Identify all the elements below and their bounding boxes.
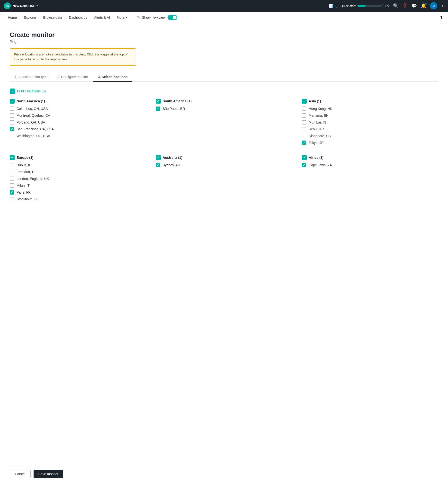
nav-more[interactable]: More ▼ bbox=[114, 15, 131, 20]
nav-dashboards[interactable]: Dashboards bbox=[66, 15, 90, 20]
location-checkbox[interactable] bbox=[302, 141, 306, 145]
region-toggle-europe[interactable]: − bbox=[10, 155, 15, 160]
navbar: Home Explorer Browse data Dashboards Ale… bbox=[0, 12, 448, 23]
show-new-view-toggle[interactable] bbox=[168, 15, 177, 20]
location-label: Stockholm, SE bbox=[17, 197, 39, 201]
quickstart-bar: 📊 ⊞ Quick start 33% bbox=[329, 4, 390, 8]
location-item: Hong Kong, HK bbox=[302, 107, 438, 111]
grid-icon: ⊞ bbox=[335, 4, 339, 8]
region-toggle-asia[interactable]: − bbox=[302, 99, 307, 104]
location-checkbox[interactable] bbox=[10, 127, 14, 131]
notification-icon[interactable]: 🔔 bbox=[421, 3, 426, 9]
warning-box: Private locations are not yet available … bbox=[10, 48, 136, 66]
location-item: Washington, DC, USA bbox=[10, 134, 146, 138]
public-locations-label: Public locations (6) bbox=[17, 89, 46, 93]
location-label: Hong Kong, HK bbox=[309, 107, 332, 111]
location-checkbox[interactable] bbox=[10, 163, 14, 167]
location-label: Paris, FR bbox=[17, 190, 31, 194]
location-checkbox[interactable] bbox=[156, 107, 160, 111]
location-checkbox[interactable] bbox=[302, 120, 306, 125]
nav-divider bbox=[134, 15, 134, 20]
location-checkbox[interactable] bbox=[10, 183, 14, 188]
location-checkbox[interactable] bbox=[302, 107, 306, 111]
region-toggle-north-america[interactable]: − bbox=[10, 99, 15, 104]
nav-alerts[interactable]: Alerts & AI bbox=[91, 15, 113, 20]
location-label: Washington, DC, USA bbox=[17, 134, 50, 138]
logo-text: New Relic ONE™ bbox=[13, 4, 38, 8]
region-asia: −Asia (1)Hong Kong, HKManama, BHMumbai, … bbox=[302, 99, 438, 147]
dropdown-arrow-icon[interactable]: ▼ bbox=[441, 4, 444, 8]
topbar-icons: 🔍 ❓ 💬 🔔 U ▼ bbox=[393, 2, 444, 9]
location-label: Dublin, IE bbox=[17, 163, 31, 167]
region-header-north-america: −North America (1) bbox=[10, 99, 146, 104]
location-checkbox[interactable] bbox=[10, 120, 14, 125]
save-monitor-button[interactable]: Save monitor bbox=[34, 470, 63, 478]
quickstart-label: Quick start bbox=[340, 4, 356, 8]
region-title-south-america: South America (1) bbox=[163, 99, 192, 103]
location-item: Portland, OR, USA bbox=[10, 120, 146, 125]
nav-explorer[interactable]: Explorer bbox=[21, 15, 39, 20]
public-locations-collapse-btn[interactable]: − bbox=[10, 89, 15, 94]
region-title-australia: Australia (1) bbox=[163, 156, 182, 160]
location-checkbox[interactable] bbox=[302, 163, 306, 167]
region-north-america: −North America (1)Columbus, OH, USAMontr… bbox=[10, 99, 146, 147]
location-checkbox[interactable] bbox=[10, 177, 14, 181]
toggle-knob bbox=[173, 16, 177, 19]
page-title: Create monitor bbox=[10, 31, 438, 39]
location-label: Cape Town, ZA bbox=[309, 163, 332, 167]
export-icon[interactable]: ⬆ bbox=[439, 15, 443, 20]
region-south-america: ✓South America (1)São Paulo, BR bbox=[156, 99, 292, 147]
location-item: Sydney, AU bbox=[156, 163, 292, 167]
location-checkbox[interactable] bbox=[10, 190, 14, 195]
nav-home[interactable]: Home bbox=[5, 15, 20, 20]
location-item: Frankfurt, DE bbox=[10, 170, 146, 174]
location-item: Seoul, KR bbox=[302, 127, 438, 131]
location-checkbox[interactable] bbox=[302, 134, 306, 138]
nav-dashboards-label: Dashboards bbox=[69, 16, 87, 19]
region-title-europe: Europe (1) bbox=[17, 156, 33, 160]
location-checkbox[interactable] bbox=[10, 197, 14, 201]
location-item: Singapore, SG bbox=[302, 134, 438, 138]
region-toggle-south-america[interactable]: ✓ bbox=[156, 99, 161, 104]
help-icon[interactable]: ❓ bbox=[402, 3, 408, 9]
show-new-view-label: Show new view bbox=[142, 16, 166, 19]
location-item: São Paulo, BR bbox=[156, 107, 292, 111]
location-label: São Paulo, BR bbox=[163, 107, 185, 111]
location-item: Milan, IT bbox=[10, 183, 146, 188]
location-item: Cape Town, ZA bbox=[302, 163, 438, 167]
tab-2[interactable]: 2. Configure monitor bbox=[52, 72, 93, 82]
location-checkbox[interactable] bbox=[302, 127, 306, 131]
search-icon[interactable]: 🔍 bbox=[393, 3, 398, 9]
chart-icon: 📊 bbox=[329, 4, 333, 8]
location-label: Seoul, KR bbox=[309, 127, 324, 131]
tab-1[interactable]: 1. Select monitor type bbox=[10, 72, 52, 82]
location-checkbox[interactable] bbox=[10, 170, 14, 174]
location-item: Manama, BH bbox=[302, 113, 438, 118]
feedback-icon[interactable]: 💬 bbox=[412, 3, 417, 9]
region-toggle-australia[interactable]: ✓ bbox=[156, 155, 161, 160]
nav-browse-data[interactable]: Browse data bbox=[40, 15, 65, 20]
progress-bar-bg bbox=[358, 5, 382, 7]
edit-icon[interactable]: ✎ bbox=[137, 15, 140, 20]
region-header-asia: −Asia (1) bbox=[302, 99, 438, 104]
nav-more-label: More bbox=[117, 16, 125, 19]
location-label: Milan, IT bbox=[17, 184, 30, 187]
region-toggle-africa[interactable]: ✓ bbox=[302, 155, 307, 160]
tab-3[interactable]: 3. Select locations bbox=[93, 72, 132, 82]
logo[interactable]: NR New Relic ONE™ bbox=[4, 2, 38, 9]
location-checkbox[interactable] bbox=[302, 113, 306, 118]
user-avatar[interactable]: U bbox=[430, 2, 437, 9]
location-checkbox[interactable] bbox=[10, 113, 14, 118]
cancel-button[interactable]: Cancel bbox=[10, 470, 31, 478]
location-label: Portland, OR, USA bbox=[17, 120, 45, 124]
progress-percent: 33% bbox=[384, 4, 390, 8]
location-checkbox[interactable] bbox=[156, 163, 160, 167]
location-item: Columbus, OH, USA bbox=[10, 107, 146, 111]
region-title-north-america: North America (1) bbox=[17, 99, 45, 103]
nav-browse-data-label: Browse data bbox=[43, 16, 62, 19]
location-checkbox[interactable] bbox=[10, 134, 14, 138]
location-checkbox[interactable] bbox=[10, 107, 14, 111]
regions-grid: −North America (1)Columbus, OH, USAMontr… bbox=[10, 99, 438, 204]
location-label: Mumbai, IN bbox=[309, 120, 326, 124]
region-header-south-america: ✓South America (1) bbox=[156, 99, 292, 104]
